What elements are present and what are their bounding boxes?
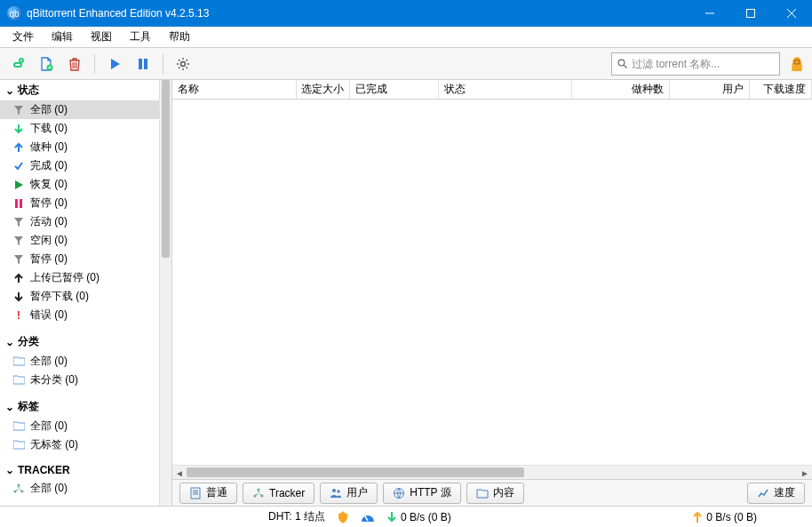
filter-search-box[interactable] (611, 52, 780, 76)
down-arrow-icon (12, 123, 25, 135)
column-dlspeed[interactable]: 下载速度 (750, 80, 812, 99)
minimize-button[interactable] (689, 0, 730, 27)
sidebar-item-all[interactable]: 全部 (0) (0, 100, 159, 119)
tab-label: 内容 (493, 485, 514, 500)
network-icon (12, 483, 25, 495)
scroll-left-arrow[interactable]: ◄ (172, 466, 187, 480)
download-text: 0 B/s (0 B) (401, 511, 451, 523)
sidebar-section-tracker[interactable]: ⌄ TRACKER (0, 461, 159, 479)
menu-help[interactable]: 帮助 (160, 28, 199, 46)
sidebar-item-inactive[interactable]: 空闲 (0) (0, 231, 159, 250)
sidebar-item-paused[interactable]: 暂停 (0) (0, 194, 159, 212)
tab-label: 普通 (206, 485, 227, 500)
delete-button[interactable] (62, 52, 87, 76)
chevron-down-icon: ⌄ (5, 336, 14, 348)
sidebar-item-downloading[interactable]: 下载 (0) (0, 119, 159, 138)
sidebar-item-tag-none[interactable]: 无标签 (0) (0, 435, 159, 454)
filter-input[interactable] (632, 58, 774, 70)
chevron-down-icon: ⌄ (5, 84, 14, 97)
sidebar-item-resumed[interactable]: 恢复 (0) (0, 175, 159, 194)
add-link-button[interactable] (5, 52, 30, 76)
filter-icon (12, 253, 25, 266)
tab-tracker[interactable]: Tracker (243, 483, 314, 504)
lock-icon[interactable] (787, 54, 807, 74)
status-download[interactable]: 0 B/s (0 B) (387, 511, 451, 523)
transfer-list-header: 名称 选定大小 已完成 状态 做种数 用户 下载速度 (172, 80, 812, 100)
up-arrow-icon (12, 141, 25, 154)
sidebar-item-seeding[interactable]: 做种 (0) (0, 138, 159, 156)
sidebar-item-label: 全部 (0) (30, 419, 68, 434)
tab-general[interactable]: 普通 (179, 483, 237, 504)
toolbar (0, 48, 812, 80)
sidebar-section-status[interactable]: ⌄ 状态 (0, 80, 159, 100)
status-speed-gauge-icon[interactable] (361, 512, 375, 523)
sidebar-scrollbar[interactable] (159, 80, 171, 506)
tab-peers[interactable]: 用户 (320, 483, 378, 504)
column-name[interactable]: 名称 (172, 80, 297, 99)
scrollbar-thumb[interactable] (162, 80, 170, 258)
tab-label: 用户 (346, 485, 368, 500)
properties-tabs: 普通 Tracker 用户 HTTP 源 内容 速度 (172, 479, 812, 506)
pause-button[interactable] (131, 52, 155, 76)
column-size[interactable]: 选定大小 (297, 80, 350, 99)
folder-icon (12, 439, 25, 451)
sidebar-item-stalled-dl[interactable]: 暂停下载 (0) (0, 287, 159, 306)
status-upload[interactable]: 0 B/s (0 B) (693, 511, 757, 523)
sidebar-item-label: 活动 (0) (30, 214, 68, 229)
svg-rect-9 (20, 199, 22, 208)
svg-rect-4 (144, 59, 147, 69)
sidebar-item-label: 做种 (0) (30, 140, 68, 155)
horizontal-scrollbar[interactable]: ◄ ► (172, 465, 812, 479)
sidebar-section-category[interactable]: ⌄ 分类 (0, 331, 159, 352)
column-seeds[interactable]: 做种数 (572, 80, 670, 99)
resume-button[interactable] (102, 52, 127, 76)
pause-icon (12, 197, 25, 210)
sidebar-item-label: 完成 (0) (30, 158, 68, 173)
titlebar: qb qBittorrent Enhanced Edition v4.2.5.1… (0, 0, 812, 27)
sidebar-item-label: 恢复 (0) (30, 177, 68, 192)
svg-point-17 (332, 489, 336, 492)
sidebar-item-tracker-all[interactable]: 全部 (0) (0, 479, 159, 498)
section-title: 标签 (18, 399, 39, 414)
column-done[interactable]: 已完成 (350, 80, 439, 99)
menu-edit[interactable]: 编辑 (43, 28, 82, 46)
sidebar-item-category-none[interactable]: 未分类 (0) (0, 371, 159, 389)
column-peers[interactable]: 用户 (670, 80, 750, 99)
menu-view[interactable]: 视图 (82, 28, 121, 46)
transfer-list[interactable] (172, 100, 812, 465)
tab-content[interactable]: 内容 (466, 483, 524, 504)
sidebar-item-label: 错误 (0) (30, 307, 68, 323)
status-dht: DHT: 1 结点 (268, 509, 325, 524)
tab-speed[interactable]: 速度 (747, 483, 805, 504)
tab-http-sources[interactable]: HTTP 源 (383, 483, 460, 504)
app-icon: qb (7, 6, 21, 20)
section-title: 分类 (18, 334, 39, 349)
svg-rect-8 (15, 199, 18, 208)
sidebar-item-errored[interactable]: ! 错误 (0) (0, 306, 159, 324)
scroll-right-arrow[interactable]: ► (798, 466, 812, 480)
up-arrow-icon (693, 512, 702, 523)
sidebar-item-completed[interactable]: 完成 (0) (0, 156, 159, 175)
sidebar-item-stalled-up[interactable]: 上传已暂停 (0) (0, 268, 159, 287)
add-file-button[interactable] (34, 52, 59, 76)
svg-point-5 (181, 61, 186, 66)
sidebar-item-active[interactable]: 活动 (0) (0, 212, 159, 231)
sidebar-item-category-all[interactable]: 全部 (0) (0, 352, 159, 371)
close-button[interactable] (771, 0, 812, 27)
menu-tools[interactable]: 工具 (121, 28, 160, 46)
menu-file[interactable]: 文件 (4, 28, 43, 46)
sidebar-item-tag-all[interactable]: 全部 (0) (0, 417, 159, 435)
status-firewall-icon[interactable] (338, 511, 348, 523)
folder-icon (476, 487, 489, 499)
maximize-button[interactable] (730, 0, 771, 27)
settings-button[interactable] (171, 52, 195, 76)
play-icon (12, 179, 25, 191)
sidebar-item-stalled[interactable]: 暂停 (0) (0, 250, 159, 268)
section-title: 状态 (18, 83, 39, 98)
folder-icon (12, 355, 25, 368)
chevron-down-icon: ⌄ (5, 464, 14, 476)
sidebar-section-tags[interactable]: ⌄ 标签 (0, 396, 159, 417)
transfer-list-panel: 名称 选定大小 已完成 状态 做种数 用户 下载速度 ◄ ► 普通 Tracke… (172, 80, 812, 506)
scrollbar-thumb[interactable] (187, 467, 524, 477)
column-status[interactable]: 状态 (439, 80, 572, 99)
